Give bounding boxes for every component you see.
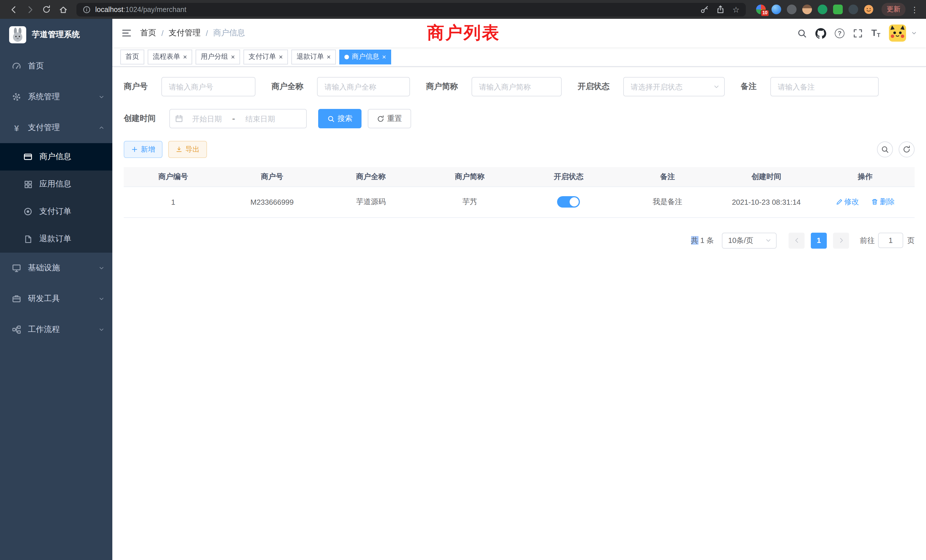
start-date-input[interactable]: [185, 114, 228, 123]
chevron-down-icon: [765, 237, 772, 244]
tab-merchant-info[interactable]: 商户信息×: [339, 49, 391, 64]
table-row: 1 M233666999 芋道源码 芋艿 我是备注 2021-10-23 08:…: [124, 186, 915, 217]
breadcrumb: 首页 / 支付管理 / 商户信息: [140, 28, 245, 38]
user-avatar[interactable]: [889, 24, 906, 42]
sidebar-item-dev-tools[interactable]: 研发工具: [0, 283, 112, 314]
sidebar-item-home[interactable]: 首页: [0, 51, 112, 82]
cell-full-name: 芋道源码: [322, 186, 421, 217]
smiley-extension-icon[interactable]: [864, 5, 873, 14]
close-icon[interactable]: ×: [327, 53, 331, 60]
tab-home[interactable]: 首页: [120, 49, 144, 64]
back-icon[interactable]: [6, 2, 21, 17]
payment-submenu: 商户信息 应用信息 支付订单: [0, 143, 112, 253]
app-logo[interactable]: 芋道管理系统: [0, 19, 112, 51]
sidebar-item-payment[interactable]: ¥ 支付管理: [0, 112, 112, 143]
github-icon[interactable]: [816, 28, 826, 38]
toggle-search-button[interactable]: [877, 141, 893, 157]
filter-remark: 备注: [741, 77, 879, 96]
reset-button[interactable]: 重置: [368, 109, 411, 128]
breadcrumb-payment[interactable]: 支付管理: [169, 28, 201, 38]
tab-process-form[interactable]: 流程表单×: [148, 49, 192, 64]
sidebar-item-infrastructure[interactable]: 基础设施: [0, 253, 112, 283]
sidebar-item-pay-order[interactable]: 支付订单: [0, 198, 112, 225]
export-button[interactable]: 导出: [168, 141, 207, 158]
sidebar-item-merchant-info[interactable]: 商户信息: [0, 143, 112, 171]
site-info-icon[interactable]: [83, 5, 91, 14]
green-circle-extension-icon[interactable]: [818, 5, 828, 14]
merchant-no-input[interactable]: [161, 77, 256, 96]
extension-badge: 10: [761, 10, 769, 17]
filter-row-2: 创建时间 - 搜索: [124, 109, 915, 128]
page-size-select[interactable]: 10条/页: [722, 232, 776, 248]
col-remark: 备注: [618, 167, 717, 186]
pin-extension-icon[interactable]: [849, 5, 858, 14]
close-icon[interactable]: ×: [231, 53, 235, 60]
hamburger-icon[interactable]: [121, 28, 132, 38]
gear-icon: [11, 92, 22, 101]
reload-icon[interactable]: [39, 2, 54, 17]
chevron-down-icon: [713, 83, 720, 90]
delete-link[interactable]: 删除: [871, 197, 895, 207]
bookmark-star-icon[interactable]: ☆: [732, 5, 740, 14]
cell-status: [519, 186, 618, 217]
chevron-down-icon: [98, 296, 104, 302]
browser-update-button[interactable]: 更新: [882, 3, 905, 16]
address-bar[interactable]: localhost:1024/pay/merchant ☆: [76, 3, 746, 16]
create-time-range[interactable]: -: [169, 109, 307, 128]
home-icon[interactable]: [55, 2, 71, 17]
url-text: localhost:1024/pay/merchant: [95, 5, 701, 14]
extensions-row: 10: [756, 5, 873, 14]
sidebar-item-workflow[interactable]: 工作流程: [0, 314, 112, 345]
sidebar-item-refund-order[interactable]: 退款订单: [0, 225, 112, 253]
drop-extension-icon[interactable]: [772, 5, 781, 14]
password-key-icon[interactable]: [701, 5, 709, 14]
dark-extension-icon[interactable]: [787, 5, 797, 14]
edit-link[interactable]: 修改: [836, 197, 859, 207]
dashboard-icon: [11, 62, 22, 71]
short-name-input[interactable]: [472, 77, 561, 96]
help-icon[interactable]: ?: [835, 28, 844, 38]
tab-user-group[interactable]: 用户分组×: [195, 49, 240, 64]
end-date-input[interactable]: [239, 114, 282, 123]
omnibox-actions: ☆: [701, 5, 740, 14]
close-icon[interactable]: ×: [183, 53, 187, 60]
font-size-icon[interactable]: TT: [871, 28, 881, 38]
sidebar-item-app-info[interactable]: 应用信息: [0, 171, 112, 198]
rabbit-logo-icon: [9, 26, 26, 43]
cell-short-name: 芋艿: [420, 186, 519, 217]
close-icon[interactable]: ×: [382, 53, 386, 60]
status-select[interactable]: [623, 77, 725, 96]
merchant-table: 商户编号 商户号 商户全称 商户简称 开启状态 备注 创建时间 操作 1: [124, 167, 915, 218]
prev-page-button[interactable]: [788, 232, 805, 248]
adblock-extension-icon[interactable]: 10: [756, 5, 766, 14]
search-icon[interactable]: [797, 28, 807, 38]
notes-extension-icon[interactable]: [833, 5, 843, 14]
yen-icon: ¥: [11, 123, 22, 133]
breadcrumb-home[interactable]: 首页: [140, 28, 156, 38]
close-icon[interactable]: ×: [279, 53, 283, 60]
forward-icon[interactable]: [22, 2, 38, 17]
table-header-row: 商户编号 商户号 商户全称 商户简称 开启状态 备注 创建时间 操作: [124, 167, 915, 186]
tab-refund-order[interactable]: 退款订单×: [291, 49, 336, 64]
page-1-button[interactable]: 1: [811, 232, 827, 248]
avatar-extension-icon[interactable]: [802, 5, 812, 14]
fullscreen-icon[interactable]: [853, 28, 863, 38]
avatar-caret-icon[interactable]: [911, 30, 917, 36]
status-toggle[interactable]: [557, 196, 580, 207]
goto-page-input[interactable]: [878, 233, 903, 248]
remark-input[interactable]: [770, 77, 879, 96]
refresh-table-button[interactable]: [899, 141, 915, 157]
full-name-input[interactable]: [317, 77, 410, 96]
add-button[interactable]: 新增: [124, 141, 162, 158]
target-icon: [23, 207, 33, 216]
browser-menu-icon[interactable]: ⋮: [909, 5, 920, 14]
search-button[interactable]: 搜索: [318, 109, 362, 128]
sidebar-item-system[interactable]: 系统管理: [0, 82, 112, 112]
tab-pay-order[interactable]: 支付订单×: [244, 49, 288, 64]
share-icon[interactable]: [716, 5, 725, 14]
url-path: :1024/pay/merchant: [123, 5, 186, 14]
next-page-button[interactable]: [833, 232, 849, 248]
chevron-down-icon: [98, 94, 104, 100]
app-title: 芋道管理系统: [32, 30, 80, 40]
url-host: localhost: [95, 5, 123, 14]
